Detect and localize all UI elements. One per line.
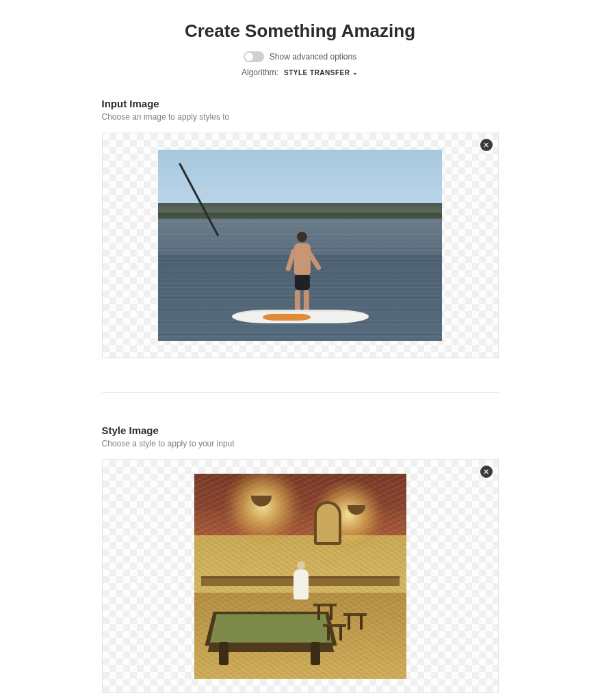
section-divider: [102, 392, 499, 393]
algorithm-selected-value: STYLE TRANSFER: [284, 69, 350, 77]
algorithm-row: Algorithm: STYLE TRANSFER ⌄: [102, 68, 499, 77]
input-image-preview: [158, 150, 442, 341]
chevron-down-icon: ⌄: [352, 69, 358, 76]
input-image-section: Input Image Choose an image to apply sty…: [102, 98, 499, 358]
advanced-options-label: Show advanced options: [270, 52, 356, 62]
style-image-dropzone[interactable]: ✕: [102, 459, 499, 693]
advanced-options-row: Show advanced options: [102, 51, 499, 62]
advanced-options-toggle[interactable]: [244, 51, 264, 62]
algorithm-select[interactable]: STYLE TRANSFER ⌄: [284, 69, 358, 77]
input-image-heading: Input Image: [102, 98, 499, 109]
page-title: Create Something Amazing: [102, 21, 499, 42]
remove-input-image-button[interactable]: ✕: [480, 139, 493, 151]
style-image-heading: Style Image: [102, 425, 499, 436]
algorithm-label: Algorithm:: [242, 68, 278, 77]
page-container: Create Something Amazing Show advanced o…: [95, 0, 506, 700]
input-image-dropzone[interactable]: ✕: [102, 133, 499, 358]
remove-style-image-button[interactable]: ✕: [480, 466, 493, 478]
input-image-description: Choose an image to apply styles to: [102, 112, 499, 122]
close-icon: ✕: [483, 142, 489, 149]
style-image-section: Style Image Choose a style to apply to y…: [102, 425, 499, 693]
close-icon: ✕: [483, 468, 489, 476]
style-image-description: Choose a style to apply to your input: [102, 439, 499, 448]
style-image-preview: [194, 474, 406, 679]
